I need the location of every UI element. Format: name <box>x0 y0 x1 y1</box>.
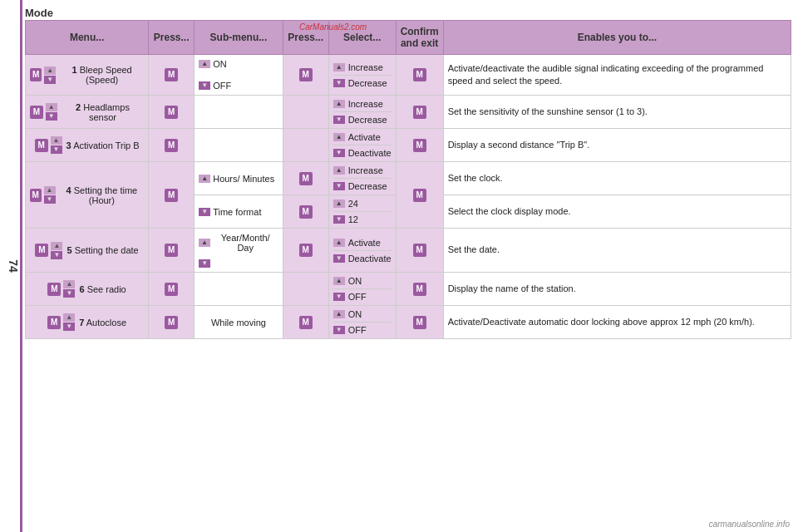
m-button[interactable]: M <box>47 283 61 296</box>
press-cell-4: M <box>149 162 195 229</box>
arrow-down[interactable]: ▼ <box>51 251 62 259</box>
select-cell-6: ▲ ON ▼ OFF <box>328 273 396 306</box>
m-button-sub[interactable]: M <box>299 68 313 81</box>
m-button-confirm[interactable]: M <box>413 106 426 119</box>
m-button-press[interactable]: M <box>165 106 178 119</box>
m-button-press[interactable]: M <box>165 139 178 152</box>
m-button[interactable]: M <box>35 139 48 152</box>
submenu-time-format: Time format <box>213 207 261 217</box>
select-row-activate: ▲ Activate <box>333 236 392 249</box>
m-button-confirm[interactable]: M <box>413 139 426 152</box>
select-arrow-up: ▲ <box>333 310 345 318</box>
press-cell-sub-1: M <box>283 55 328 96</box>
submenu-on: ON <box>213 59 227 69</box>
enables-cell-3: Display a second distance "Trip B". <box>443 129 791 162</box>
arrow-up[interactable]: ▲ <box>46 103 57 111</box>
press-cell-5: M <box>149 229 195 273</box>
m-button[interactable]: M <box>30 106 43 119</box>
select-on: ON <box>348 309 362 319</box>
press-cell-2: M <box>149 96 195 129</box>
press-cell-3: M <box>149 129 195 162</box>
select-row-increase: ▲ Increase <box>333 61 392 74</box>
m-button-confirm[interactable]: M <box>413 189 426 202</box>
press-cell-sub-6 <box>283 273 328 306</box>
menu-text-4: 4 Setting the time (Hour) <box>60 185 145 205</box>
submenu-cell-3 <box>195 129 283 162</box>
m-button-confirm[interactable]: M <box>413 283 426 296</box>
select-row-off: ▼ OFF <box>333 323 392 337</box>
m-button-confirm[interactable]: M <box>413 244 426 257</box>
divider <box>333 322 392 323</box>
press-cell-6: M <box>149 273 195 306</box>
watermark: CarManuals2.com <box>299 22 367 32</box>
menu-cell-3: M ▲ ▼ 3 Activation Trip B <box>26 129 149 162</box>
select-row-on: ▲ ON <box>333 274 392 288</box>
menu-text-5: 5 Setting the date <box>66 245 138 255</box>
select-cell-4a: ▲ Increase ▼ Decrease <box>328 162 396 195</box>
menu-cell-1: M ▲ ▼ 1 Bleep Speed (Speed) <box>26 55 149 96</box>
enables-cell-4b: Select the clock display mode. <box>443 195 791 229</box>
select-activate: Activate <box>348 132 381 142</box>
m-button-press[interactable]: M <box>165 189 178 202</box>
m-button[interactable]: M <box>30 68 42 81</box>
m-button[interactable]: M <box>30 189 42 202</box>
m-button[interactable]: M <box>35 244 48 257</box>
left-border <box>20 0 22 532</box>
m-button-sub[interactable]: M <box>299 205 313 219</box>
submenu-arrow-down: ▼ <box>199 208 210 216</box>
m-button-press[interactable]: M <box>165 68 178 81</box>
select-decrease: Decrease <box>348 78 387 88</box>
press-cell-sub-7: M <box>283 306 328 339</box>
m-button-sub[interactable]: M <box>299 172 313 185</box>
enables-cell-1: Activate/deactivate the audible signal i… <box>443 55 791 96</box>
arrow-up[interactable]: ▲ <box>51 136 62 145</box>
submenu-year-month-day: Year/Month/ Day <box>213 233 278 253</box>
m-button-press[interactable]: M <box>165 244 178 257</box>
press-cell-7: M <box>149 306 195 339</box>
mode-label: Mode <box>25 7 53 19</box>
arrow-up[interactable]: ▲ <box>51 242 62 250</box>
m-button[interactable]: M <box>47 316 61 329</box>
col-menu: Menu... <box>26 21 149 55</box>
col-press1: Press... <box>149 21 195 55</box>
select-arrow-down: ▼ <box>333 116 345 124</box>
submenu-cell-7: While moving <box>195 306 283 339</box>
nav-group: ▲ ▼ <box>46 103 57 121</box>
select-decrease: Decrease <box>348 115 387 125</box>
arrow-up[interactable]: ▲ <box>44 66 56 75</box>
menu-cell-6: M ▲ ▼ 6 See radio <box>26 273 149 306</box>
m-button-press[interactable]: M <box>165 283 178 296</box>
m-button-confirm[interactable]: M <box>413 316 426 329</box>
m-button-confirm[interactable]: M <box>413 68 426 81</box>
table-row: M ▲ ▼ 5 Setting the date M ▲ Year/Month/… <box>26 229 791 273</box>
select-arrow-down: ▼ <box>333 215 345 224</box>
submenu-row-empty: ▼ <box>199 258 278 269</box>
arrow-up[interactable]: ▲ <box>63 313 75 322</box>
confirm-cell-5: M <box>396 229 443 273</box>
m-button-press[interactable]: M <box>165 316 178 329</box>
confirm-cell-3: M <box>396 129 443 162</box>
select-arrow-down: ▼ <box>333 149 345 157</box>
arrow-down[interactable]: ▼ <box>51 145 62 154</box>
main-table: Menu... Press... Sub-menu... Press... Se… <box>25 20 791 339</box>
select-arrow-up: ▲ <box>333 63 345 71</box>
page-number: 74 <box>7 259 20 273</box>
select-increase: Increase <box>348 99 383 109</box>
divider <box>333 288 392 289</box>
arrow-up[interactable]: ▲ <box>44 186 56 195</box>
submenu-arrow-down: ▼ <box>199 259 210 268</box>
arrow-down[interactable]: ▼ <box>46 112 57 121</box>
arrow-down[interactable]: ▼ <box>44 76 56 84</box>
arrow-down[interactable]: ▼ <box>44 195 56 204</box>
arrow-down[interactable]: ▼ <box>63 323 75 331</box>
submenu-arrow-up: ▲ <box>199 239 210 247</box>
select-row-24: ▲ 24 <box>333 197 392 210</box>
m-button-sub[interactable]: M <box>299 316 313 329</box>
nav-group: ▲ ▼ <box>63 280 75 298</box>
select-cell-7: ▲ ON ▼ OFF <box>328 306 396 339</box>
select-row-decrease: ▼ Decrease <box>333 76 392 90</box>
select-deactivate: Deactivate <box>348 148 392 158</box>
arrow-down[interactable]: ▼ <box>63 289 75 298</box>
arrow-up[interactable]: ▲ <box>63 280 75 288</box>
m-button-sub[interactable]: M <box>299 244 313 257</box>
